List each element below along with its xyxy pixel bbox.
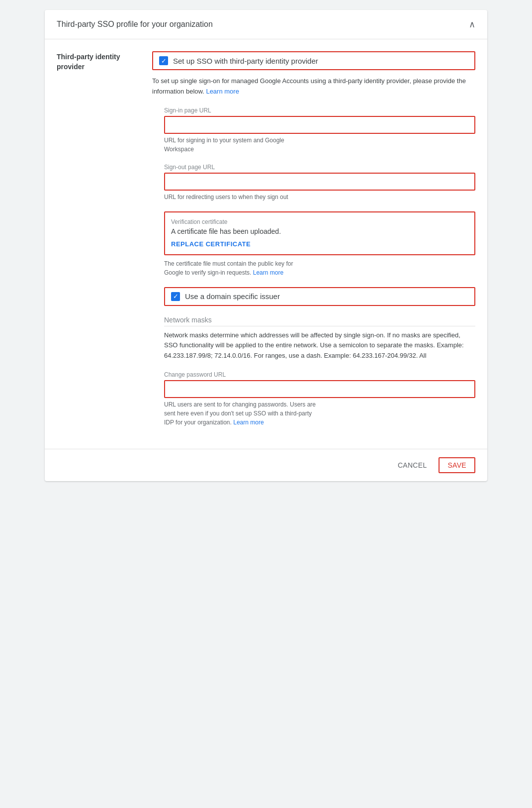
panel-footer: CANCEL SAVE bbox=[45, 449, 487, 481]
sign-out-url-label: Sign-out page URL bbox=[164, 164, 475, 171]
panel-body: Third-party identity provider ✓ Set up S… bbox=[45, 39, 487, 437]
sso-checkbox-label: Set up SSO with third-party identity pro… bbox=[173, 57, 318, 65]
collapse-icon[interactable]: ∧ bbox=[469, 19, 475, 30]
domain-issuer-checkbox[interactable]: ✓ bbox=[171, 292, 180, 301]
change-password-url-group: Change password URL URL users are sent t… bbox=[164, 371, 475, 427]
domain-issuer-label: Use a domain specific issuer bbox=[185, 292, 280, 301]
certificate-uploaded-text: A certificate file has been uploaded. bbox=[171, 227, 468, 235]
network-masks-description: Network masks determine which addresses … bbox=[164, 330, 475, 361]
learn-more-link-password[interactable]: Learn more bbox=[233, 419, 264, 426]
save-button[interactable]: SAVE bbox=[439, 457, 475, 473]
sign-out-url-input[interactable] bbox=[164, 173, 475, 191]
certificate-box: Verification certificate A certificate f… bbox=[164, 211, 475, 255]
certificate-hint: The certificate file must contain the pu… bbox=[164, 259, 475, 277]
domain-issuer-row[interactable]: ✓ Use a domain specific issuer bbox=[164, 287, 475, 306]
checkmark-icon: ✓ bbox=[161, 58, 167, 64]
learn-more-link-sso[interactable]: Learn more bbox=[206, 88, 239, 95]
sso-checkbox[interactable]: ✓ bbox=[159, 56, 168, 65]
learn-more-link-cert[interactable]: Learn more bbox=[253, 269, 283, 276]
sign-in-url-label: Sign-in page URL bbox=[164, 107, 475, 114]
form-fields: Sign-in page URL URL for signing in to y… bbox=[152, 107, 475, 427]
sso-description: To set up single sign-on for managed Goo… bbox=[152, 76, 475, 97]
change-password-url-hint: URL users are sent to for changing passw… bbox=[164, 400, 475, 427]
certificate-label: Verification certificate bbox=[171, 218, 468, 225]
change-password-url-input[interactable] bbox=[164, 380, 475, 398]
panel-title: Third-party SSO profile for your organiz… bbox=[57, 20, 213, 29]
network-masks-section: Network masks Network masks determine wh… bbox=[164, 316, 475, 361]
row-label-identity-provider: Third-party identity provider bbox=[57, 51, 136, 437]
domain-issuer-checkmark-icon: ✓ bbox=[173, 293, 178, 300]
panel: Third-party SSO profile for your organiz… bbox=[45, 10, 487, 481]
change-password-url-label: Change password URL bbox=[164, 371, 475, 378]
panel-header: Third-party SSO profile for your organiz… bbox=[45, 10, 487, 39]
sso-checkbox-row[interactable]: ✓ Set up SSO with third-party identity p… bbox=[152, 51, 475, 70]
replace-certificate-button[interactable]: REPLACE CERTIFICATE bbox=[171, 240, 251, 248]
sign-out-url-hint: URL for redirecting users to when they s… bbox=[164, 193, 475, 202]
sign-in-url-group: Sign-in page URL URL for signing in to y… bbox=[164, 107, 475, 154]
sign-in-url-input[interactable] bbox=[164, 116, 475, 134]
sign-in-url-hint: URL for signing in to your system and Go… bbox=[164, 136, 475, 154]
row-content-identity-provider: ✓ Set up SSO with third-party identity p… bbox=[152, 51, 475, 437]
identity-provider-row: Third-party identity provider ✓ Set up S… bbox=[57, 51, 475, 437]
cancel-button[interactable]: CANCEL bbox=[390, 457, 435, 473]
sign-out-url-group: Sign-out page URL URL for redirecting us… bbox=[164, 164, 475, 202]
network-masks-title: Network masks bbox=[164, 316, 475, 326]
